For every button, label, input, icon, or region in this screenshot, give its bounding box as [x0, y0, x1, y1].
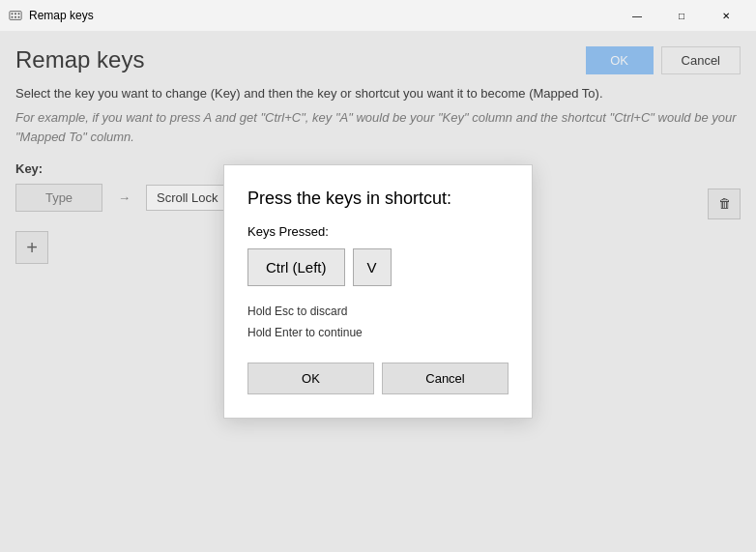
keys-pressed-label: Keys Pressed:: [247, 224, 509, 239]
app-icon: [8, 8, 23, 23]
modal-overlay: Press the keys in shortcut: Keys Pressed…: [0, 31, 756, 552]
modal-ok-button[interactable]: OK: [247, 363, 374, 394]
svg-rect-2: [15, 13, 16, 15]
hint-enter: Hold Enter to continue: [247, 323, 509, 344]
svg-rect-4: [12, 16, 14, 18]
svg-rect-6: [18, 16, 20, 18]
maximize-button[interactable]: □: [659, 0, 704, 31]
shortcut-modal: Press the keys in shortcut: Keys Pressed…: [223, 164, 533, 419]
minimize-button[interactable]: —: [615, 0, 659, 31]
modal-buttons: OK Cancel: [247, 363, 509, 394]
main-content: OK Cancel Remap keys Select the key you …: [0, 31, 756, 552]
modal-cancel-button[interactable]: Cancel: [382, 363, 509, 394]
modal-hints: Hold Esc to discard Hold Enter to contin…: [247, 302, 509, 343]
svg-rect-1: [12, 13, 14, 15]
close-button[interactable]: ✕: [704, 0, 748, 31]
keys-display: Ctrl (Left) V: [247, 248, 509, 286]
svg-rect-5: [15, 16, 16, 18]
svg-rect-0: [10, 12, 21, 20]
title-bar: Remap keys — □ ✕: [0, 0, 756, 31]
key-chip-v: V: [353, 248, 392, 286]
svg-rect-3: [18, 13, 20, 15]
modal-title: Press the keys in shortcut:: [247, 189, 509, 209]
title-bar-controls: — □ ✕: [615, 0, 748, 31]
key-chip-ctrl: Ctrl (Left): [247, 248, 345, 286]
hint-esc: Hold Esc to discard: [247, 302, 509, 323]
title-bar-text: Remap keys: [29, 9, 615, 22]
